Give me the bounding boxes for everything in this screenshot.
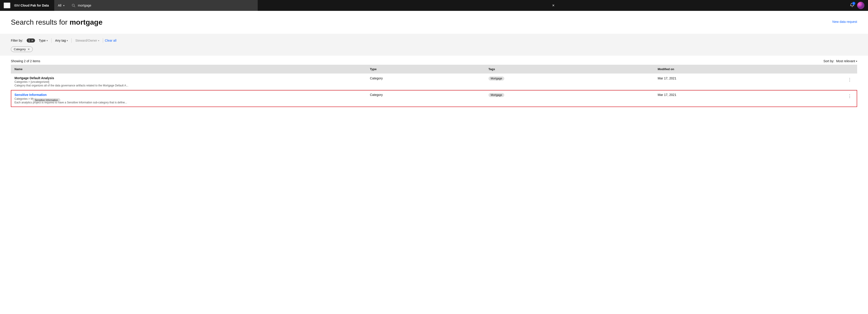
row1-tags-cell: Mortgage [485, 74, 654, 90]
sort-chevron-icon: ▾ [856, 60, 857, 62]
type-select-chevron: ▾ [63, 4, 64, 7]
row1-type-cell: Category [366, 74, 485, 90]
filter-separator-3 [103, 38, 103, 43]
filter-by-label: Filter by: [11, 39, 23, 42]
row1-type: Category [370, 77, 383, 80]
row2-name-link[interactable]: Sensitive Information [14, 93, 46, 96]
col-header-modified: Modified on [654, 65, 806, 74]
svg-point-3 [857, 2, 864, 9]
new-data-request-button[interactable]: New data request [832, 20, 857, 24]
search-icon [72, 4, 75, 7]
type-chip-count: 1 [29, 39, 30, 42]
table-header-row: Name Type Tags Modified on [11, 65, 857, 74]
avatar-image [857, 2, 864, 9]
nav-icons: 1 [849, 2, 864, 9]
row2-desc: Each analytics project is required to ha… [14, 101, 363, 104]
any-tag-dropdown[interactable]: Any tag ▾ [53, 37, 70, 44]
any-tag-chevron-icon: ▾ [67, 39, 68, 42]
type-chip-remove[interactable]: ✕ [31, 39, 33, 42]
type-filter-dropdown[interactable]: Type ▾ [37, 37, 49, 44]
results-table: Name Type Tags Modified on Mortgage Defa… [11, 65, 857, 107]
clear-all-button[interactable]: Clear all [105, 39, 116, 42]
sort-label: Sort by: [824, 59, 834, 63]
sort-row: Sort by: Most relevant ▾ [824, 59, 857, 63]
filter-bar: Filter by: 1 ✕ Type ▾ Any tag ▾ Steward/… [0, 34, 868, 56]
row2-name-cell: Sensitive Information Sensitive Informat… [11, 90, 366, 107]
notification-badge: 1 [852, 2, 855, 5]
search-box [68, 0, 258, 11]
row2-tags-cell: Mortgage [485, 90, 654, 107]
active-filters: Category ✕ [11, 47, 857, 52]
type-filter-chip[interactable]: 1 ✕ [27, 38, 35, 42]
row2-tag: Mortgage [489, 93, 504, 97]
row2-modified-cell: Mar 17, 2021 [654, 90, 806, 107]
row1-name: Mortgage Default Analysis [14, 76, 363, 80]
category-tag-label: Category [14, 48, 26, 51]
row2-tooltip-tag: Sensitive Information [33, 98, 60, 102]
table-row: Mortgage Default Analysis Categories > [… [11, 74, 857, 90]
row2-modified: Mar 17, 2021 [657, 93, 676, 96]
top-navigation: IBM Cloud Pak for Data All ▾ × 1 [0, 0, 868, 11]
filter-separator [51, 38, 52, 43]
row2-path: Categories > Mortgage [14, 97, 363, 101]
svg-point-2 [852, 6, 852, 7]
sort-dropdown[interactable]: Most relevant ▾ [836, 59, 857, 63]
results-count: Showing 2 of 2 items [11, 59, 40, 63]
svg-line-1 [74, 6, 75, 7]
user-avatar[interactable] [857, 2, 864, 9]
search-area: All ▾ [54, 0, 258, 11]
search-input[interactable] [78, 4, 254, 7]
steward-dropdown[interactable]: Steward/Owner ▾ [73, 37, 101, 44]
type-chevron-icon: ▾ [46, 39, 48, 42]
row1-actions-cell: ⋮ [806, 74, 857, 90]
row1-tag: Mortgage [489, 77, 504, 81]
table-row: Sensitive Information Sensitive Informat… [11, 90, 857, 107]
col-header-type: Type [366, 65, 485, 74]
col-header-tags: Tags [485, 65, 654, 74]
brand-name: IBM Cloud Pak for Data [14, 4, 49, 7]
notifications-button[interactable]: 1 [849, 2, 855, 9]
hamburger-menu[interactable] [4, 2, 10, 8]
filter-row: Filter by: 1 ✕ Type ▾ Any tag ▾ Steward/… [11, 37, 857, 44]
results-info-row: Showing 2 of 2 items Sort by: Most relev… [11, 56, 857, 65]
category-tag-remove[interactable]: ✕ [28, 48, 30, 51]
filter-separator-2 [71, 38, 72, 43]
type-select-label: All [58, 4, 61, 7]
row1-desc: Category that organizes all of the data … [14, 84, 363, 87]
row1-overflow-button[interactable]: ⋮ [846, 76, 854, 83]
col-header-actions [806, 65, 857, 74]
search-close-button[interactable]: × [550, 2, 557, 9]
main-content: Search results for mortgage New data req… [0, 11, 868, 314]
row2-actions-cell: ⋮ [806, 90, 857, 107]
row1-path: Categories > [uncategorized] [14, 80, 363, 84]
row2-type-cell: Category [366, 90, 485, 107]
category-filter-tag[interactable]: Category ✕ [11, 47, 33, 52]
type-select-button[interactable]: All ▾ [54, 0, 68, 11]
col-header-name: Name [11, 65, 366, 74]
row1-modified-cell: Mar 17, 2021 [654, 74, 806, 90]
row2-overflow-button[interactable]: ⋮ [846, 93, 854, 99]
row2-type: Category [370, 93, 383, 96]
sort-value: Most relevant [836, 59, 855, 63]
row1-name-cell: Mortgage Default Analysis Categories > [… [11, 74, 366, 90]
row2-name-wrapper: Sensitive Information Sensitive Informat… [14, 93, 46, 97]
page-header: Search results for mortgage New data req… [11, 18, 857, 26]
steward-chevron-icon: ▾ [98, 39, 99, 42]
page-title: Search results for mortgage [11, 18, 102, 26]
row1-modified: Mar 17, 2021 [657, 77, 676, 80]
